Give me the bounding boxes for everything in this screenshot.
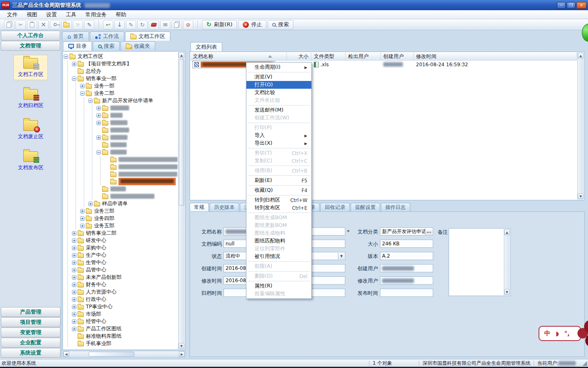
tree-node[interactable]: +TP事业中心 [64, 303, 178, 310]
tree-node[interactable]: −业务二部 [64, 90, 178, 97]
context-menu-item-刷新(E)[interactable]: 刷新(E)F5 [246, 177, 311, 184]
detail-tab-回收记录[interactable]: 回收记录 [320, 203, 350, 211]
cancel-doc-button[interactable]: ⊘ [183, 20, 193, 29]
expand-icon[interactable]: + [72, 312, 76, 316]
ime-punctuation-icon[interactable]: °, [564, 330, 570, 337]
expand-icon[interactable]: + [72, 327, 76, 331]
tab-文档工作区[interactable]: 文档工作区 [125, 31, 170, 41]
expand-icon[interactable]: + [72, 231, 76, 236]
dropdown-arrow-icon[interactable]: ▼ [338, 253, 344, 259]
expand-icon[interactable]: + [80, 216, 85, 221]
pointer-button[interactable]: ☞ [73, 20, 83, 29]
tree-node[interactable]: +财务中心 [64, 281, 178, 288]
expand-icon[interactable]: + [72, 260, 76, 265]
scrollbar-thumb[interactable] [179, 59, 184, 206]
menu-工具[interactable]: 工具 [61, 10, 81, 19]
create-user-field[interactable] [380, 264, 433, 272]
checkout-button[interactable]: ↓ [114, 20, 125, 29]
stop-button[interactable]: ×停止 [238, 20, 266, 29]
tree-node[interactable] [64, 185, 178, 193]
tree-node[interactable] [64, 163, 178, 171]
collapse-icon[interactable]: − [64, 54, 68, 59]
collapse-icon[interactable]: − [88, 99, 93, 103]
tree-node[interactable]: −文档工作区 [64, 53, 178, 60]
version-field[interactable]: A.2 [380, 252, 433, 260]
context-menu-item-导出(X)[interactable]: 导出(X)▶ [246, 139, 311, 147]
tree-node[interactable]: +行政中心 [64, 296, 178, 303]
tree-vertical-scrollbar[interactable]: ▲ ▼ [178, 52, 185, 349]
tab-document-list[interactable]: 文档列表 [190, 42, 222, 52]
close-button[interactable]: ✕ [577, 2, 586, 9]
expand-icon[interactable]: + [72, 238, 76, 243]
expand-icon[interactable]: + [80, 84, 85, 88]
expand-icon[interactable]: + [72, 62, 76, 66]
tree-node[interactable]: 手机事业部 [64, 340, 178, 347]
sidebar-section-enterprise-config[interactable]: 企业配置 [1, 338, 60, 348]
tree-tab-目录[interactable]: 目录 [63, 41, 92, 51]
scroll-up-icon[interactable]: ▲ [179, 52, 184, 58]
tree-node[interactable]: + [64, 119, 178, 126]
batch-docs-button[interactable] [172, 20, 182, 29]
edit-button[interactable]: ✎ [126, 20, 136, 29]
tree-node[interactable]: +经管中心 [64, 318, 178, 325]
scroll-up-icon[interactable]: ▲ [578, 53, 584, 58]
menu-帮助[interactable]: 帮助 [111, 10, 131, 19]
column-header-创建用户[interactable]: 创建用户 [381, 52, 414, 60]
tree-node[interactable]: +业务四部 [64, 215, 178, 222]
sidebar-item-doc-obsolete[interactable]: ✕文档废止区 [13, 117, 48, 142]
tree-node[interactable]: +未来产品创新部 [64, 274, 178, 281]
menu-常用业务[interactable]: 常用业务 [81, 10, 111, 19]
detail-tab-操作日志[interactable]: 操作日志 [381, 203, 410, 211]
tree-node[interactable] [64, 171, 178, 178]
sidebar-item-doc-workspace[interactable]: 文档工作区 [13, 55, 48, 80]
collapse-icon[interactable]: − [72, 76, 76, 81]
tree-node[interactable]: 标准物料库图纸 [64, 332, 178, 340]
sidebar-section-personal-workbench[interactable]: 个人工作台 [1, 31, 60, 40]
mail-button[interactable]: ✉ [160, 20, 170, 29]
expand-icon[interactable]: + [72, 246, 76, 250]
scroll-down-icon[interactable]: ▼ [504, 289, 510, 295]
context-menu-item-生命周期(I)[interactable]: 生命周期(I)▶ [246, 63, 311, 71]
column-header-检出用户[interactable]: 检出用户 [346, 52, 381, 60]
scroll-down-icon[interactable]: ▼ [179, 343, 184, 349]
tree-node[interactable] [64, 193, 178, 200]
tree-node[interactable]: +【项目管理文档库】 [64, 60, 178, 67]
expand-icon[interactable]: + [72, 283, 76, 287]
scrollbar-thumb[interactable] [89, 352, 134, 357]
context-menu-item-发送邮件(M)[interactable]: 发送邮件(M) [246, 106, 311, 114]
tree-tab-搜索[interactable]: 搜索 [93, 41, 120, 51]
refresh-button[interactable]: ↻刷新(R) [202, 20, 237, 29]
sidebar-item-doc-archive[interactable]: 文档归档区 [13, 86, 48, 111]
tree-node[interactable]: +品管中心 [64, 266, 178, 274]
copy-button[interactable] [4, 20, 14, 29]
tree-node[interactable] [64, 156, 178, 163]
context-menu-item-浏览(V)[interactable]: 浏览(V) [246, 73, 311, 81]
expand-icon[interactable]: + [96, 106, 101, 110]
context-menu-item-收藏(Q)[interactable]: 收藏(Q)F4 [246, 186, 311, 194]
tab-首页[interactable]: ⌂首页 [62, 31, 89, 41]
tree-tab-收藏夹[interactable]: 收藏夹 [121, 41, 155, 51]
maximize-button[interactable]: ❐ [567, 2, 575, 9]
context-menu-item-文档比较[interactable]: 文档比较 [246, 89, 311, 96]
size-field[interactable]: 246 KB [380, 240, 433, 248]
context-menu-item-图纸匹配物料[interactable]: 图纸匹配物料 [246, 237, 311, 245]
doc-category-field[interactable]: 新产品开发评估申请... [380, 227, 433, 236]
tree-node[interactable]: +研发中心 [64, 237, 178, 244]
context-menu-item-被引用情况[interactable]: 被引用情况 [246, 253, 311, 260]
detail-tab-历史版本[interactable]: 历史版本 [210, 203, 239, 211]
menu-视图[interactable]: 视图 [22, 10, 42, 19]
tree-node[interactable]: + [64, 112, 178, 119]
tree-node[interactable]: +生管中心 [64, 259, 178, 266]
scroll-up-icon[interactable]: ▲ [504, 229, 510, 235]
expand-icon[interactable]: + [96, 121, 101, 125]
collapse-icon[interactable]: − [80, 91, 85, 96]
tree-node[interactable]: 总经办 [64, 67, 178, 75]
ime-language-icon[interactable]: 中 [544, 330, 550, 337]
publish-time-field[interactable] [380, 289, 433, 297]
sidebar-section-system-settings[interactable]: 系统设置 [1, 348, 60, 358]
key-button[interactable] [50, 20, 60, 29]
list-vertical-scrollbar[interactable]: ▲ ▼ [577, 52, 584, 200]
detail-tab-提醒设置[interactable]: 提醒设置 [351, 203, 380, 211]
modify-user-field[interactable] [380, 276, 433, 285]
eraser-button[interactable] [149, 20, 159, 29]
